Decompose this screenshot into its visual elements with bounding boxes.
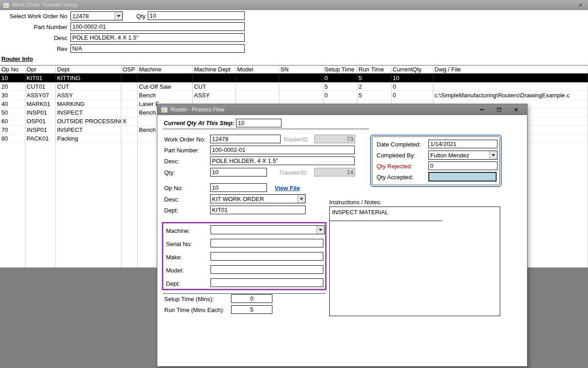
table-cell[interactable]: 70 [0,126,25,134]
table-cell[interactable]: 50 [0,108,25,117]
make-input[interactable] [211,252,323,261]
dlg-desc-input[interactable] [210,156,355,165]
setup-time-input[interactable] [231,294,272,303]
table-cell[interactable]: CUT [55,82,121,91]
dlg-work-order-input[interactable] [210,135,281,143]
table-cell[interactable]: 0 [391,91,433,100]
column-header[interactable]: Model [236,66,279,74]
dlg-part-number-input[interactable] [210,146,355,154]
qty-rejected-input[interactable] [428,161,498,170]
table-cell[interactable] [236,91,279,100]
table-cell[interactable]: 60 [0,117,25,126]
serial-no-input[interactable] [211,239,323,247]
table-cell[interactable]: 2 [357,82,391,91]
op-no-input[interactable] [210,183,267,192]
rev-input[interactable] [70,44,245,53]
machine-combobox[interactable] [211,225,325,234]
dialog-close-button[interactable]: × [512,106,521,114]
table-cell[interactable]: 10 [391,74,433,82]
table-cell[interactable] [121,108,137,117]
table-cell[interactable]: INSP01 [25,126,55,134]
table-cell[interactable] [236,82,279,91]
table-cell[interactable] [137,74,192,82]
table-cell[interactable]: ASSY07 [25,91,55,100]
table-cell[interactable]: 5 [357,74,391,82]
column-header[interactable]: Dept [55,66,121,74]
table-cell[interactable]: 40 [0,100,25,108]
dropdown-arrow-icon[interactable] [115,12,122,20]
table-cell[interactable]: PACK01 [25,134,55,143]
column-header[interactable]: OSP [121,66,137,74]
table-cell[interactable] [121,134,137,143]
column-header[interactable]: Setup Time [323,66,357,74]
column-header[interactable]: Op No [0,66,25,74]
table-cell[interactable] [192,74,236,82]
table-cell[interactable] [121,91,137,100]
dropdown-arrow-icon[interactable] [489,151,497,159]
table-cell[interactable] [433,74,588,82]
table-cell[interactable]: INSP01 [25,108,55,117]
table-cell[interactable]: MARK01 [25,100,55,108]
table-cell[interactable] [121,100,137,108]
run-time-input[interactable] [231,305,272,314]
table-cell[interactable]: KIT01 [25,74,55,82]
op-dept-input[interactable] [210,206,306,214]
maximize-button[interactable] [494,106,503,114]
table-cell[interactable]: X [121,117,137,126]
table-cell[interactable] [121,74,137,82]
close-icon[interactable]: × [576,1,585,8]
table-cell[interactable]: 10 [0,74,25,82]
table-cell[interactable] [121,126,137,134]
part-number-input[interactable] [70,22,245,31]
table-cell[interactable] [236,74,279,82]
table-cell[interactable] [279,91,323,100]
table-row[interactable]: 20CUT01CUTCut-Off SawCUT520 [0,82,588,91]
table-cell[interactable]: OSP01 [25,117,55,126]
table-cell[interactable] [279,82,323,91]
instructions-notes-area[interactable]: INSPECT MATERIAL [329,207,500,316]
machine-dept-input[interactable] [211,278,323,287]
table-cell[interactable]: CUT [192,82,236,91]
table-cell[interactable]: Cut-Off Saw [137,82,192,91]
table-cell[interactable]: ASSY [192,91,236,100]
table-cell[interactable]: ASSY [55,91,121,100]
table-cell[interactable]: MARKING [55,100,121,108]
date-completed-input[interactable] [428,140,498,148]
table-cell[interactable]: 0 [323,74,357,82]
table-cell[interactable]: 80 [0,134,25,143]
desc-input[interactable] [70,33,245,42]
current-qty-input[interactable] [236,119,281,127]
table-row[interactable]: 30ASSY07ASSYBenchASSY050c:\SimpleManufac… [0,91,588,100]
column-header[interactable]: SN [279,66,323,74]
model-input[interactable] [211,265,323,274]
qty-input[interactable] [148,11,245,20]
qty-accepted-input[interactable] [428,172,497,181]
column-header[interactable]: Dwg / File [433,66,588,74]
table-cell[interactable]: Packing [55,134,121,143]
table-cell[interactable]: CUT01 [25,82,55,91]
dropdown-arrow-icon[interactable] [317,226,324,234]
table-cell[interactable]: INSPECT [55,108,121,117]
table-cell[interactable]: 0 [323,91,357,100]
table-cell[interactable] [279,74,323,82]
column-header[interactable]: CurrentQty [391,66,433,74]
table-row[interactable]: 10KIT01KITTING0510 [0,74,588,82]
completed-by-combobox[interactable]: Fulton Mendez [428,151,498,160]
view-file-link[interactable]: View File [275,185,300,192]
table-cell[interactable]: Bench [137,91,192,100]
minimize-button[interactable] [477,106,486,114]
table-cell[interactable]: 20 [0,82,25,91]
column-header[interactable]: Machine [137,66,192,74]
table-cell[interactable]: c:\SimpleManufacturing\Routers\DrawingEx… [433,91,588,100]
table-cell[interactable]: 0 [391,82,433,91]
dropdown-arrow-icon[interactable] [297,195,305,203]
work-order-combobox[interactable]: 12478 [70,11,123,20]
table-cell[interactable]: INSPECT [55,126,121,134]
dlg-qty-input[interactable] [210,168,267,176]
table-cell[interactable]: 5 [323,82,357,91]
table-cell[interactable] [121,82,137,91]
column-header[interactable]: Run Time [357,66,391,74]
column-header[interactable]: Opr [25,66,55,74]
table-cell[interactable]: KITTING [55,74,121,82]
table-cell[interactable]: 30 [0,91,25,100]
